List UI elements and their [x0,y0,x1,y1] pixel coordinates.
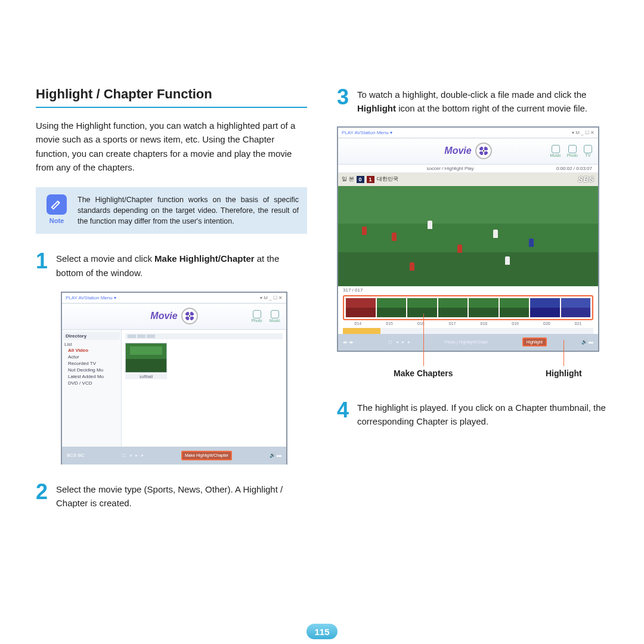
callout-row: Make Chapters Highlight [337,352,608,383]
highlight-button[interactable]: Highlight [522,338,547,346]
chapter-thumb[interactable] [346,298,376,317]
score-strip: 일 본 0 1 대한민국 SBS [338,173,598,186]
chapter-thumb[interactable] [377,298,407,317]
callout-line [564,340,564,366]
window-title: PLAY AVStation Menu ▾ [342,130,392,135]
screenshot-highlight-play: PLAY AVStation Menu ▾ ▾ M _ ☐ ✕ Movie Mu… [337,126,599,352]
score-b: 1 [367,176,374,183]
sidebar-item[interactable]: DVD / VCD [63,380,120,386]
step2-text: Select the movie type (Sports, News, Oth… [56,481,307,510]
step-number: 1 [36,250,50,272]
pencil-note-icon [47,194,67,215]
chapter-thumb[interactable] [438,298,468,317]
sidebar-item[interactable]: Latest Added Mo [63,373,120,380]
sidebar-item[interactable]: All Video [63,347,120,354]
mode-label: Photo | Highlight/Chapt [445,340,488,344]
step3-bold: Highlight [357,103,396,113]
nav-music[interactable]: Music [270,310,280,323]
window-controls[interactable]: ▾ M _ ☐ ✕ [260,295,283,301]
stop-icon: ◻ [122,453,126,458]
step-number: 4 [337,400,351,421]
step4-text: The highlight is played. If you click on… [357,400,608,429]
step-1: 1 Select a movie and click Make Highligh… [36,250,307,280]
step-3: 3 To watch a highlight, double-click a f… [337,86,608,116]
volume-icon[interactable]: 🔊 ▬ [270,453,281,458]
chapter-thumb[interactable] [561,298,591,317]
step-2: 2 Select the movie type (Sports, News, O… [36,481,307,510]
prev-icon: ◂ [129,453,132,458]
window-title: PLAY AVStation Menu ▾ [66,295,116,301]
player-bottom-bar: ◂▸ ◂▸ ◻◂▸▸ Photo | Highlight/Chapt Highl… [338,334,598,351]
chapter-thumb[interactable] [500,298,530,317]
film-reel-icon [475,143,492,159]
film-reel-icon [181,308,198,324]
list-label: List [63,342,120,347]
chapter-strip [343,295,593,320]
make-highlight-chapter-button[interactable]: Make Highlight/Chapter [181,451,232,460]
chapter-thumb[interactable] [469,298,499,317]
chapter-thumb[interactable] [530,298,560,317]
volume-icon[interactable]: 🔊 ▬ [581,339,593,345]
movie-label: Movie [150,311,177,321]
step3-post: icon at the bottom right of the current … [396,103,587,113]
page-number-badge: 115 [306,624,338,639]
broadcast-logo: SBS [578,175,595,184]
page-title: Highlight / Chapter Function [36,86,307,102]
prev-icon: ◂ [396,339,398,345]
video-info-bar: soccer / Highlight Play 0:00:02 / 0:03:0… [338,165,598,173]
window-controls[interactable]: ▾ M _ ☐ ✕ [572,130,595,135]
chapter-thumb[interactable] [407,298,437,317]
sidebar-item[interactable]: Actor [63,354,120,360]
nav-music[interactable]: Music [550,145,561,157]
video-info-time: 0:00:02 / 0:03:07 [556,166,592,171]
note-box: Note The Highlight/Chapter function work… [36,187,307,234]
play-icon: ▸ [135,453,138,458]
next-icon: ▸ [141,453,144,458]
progress-bar[interactable] [343,328,593,334]
sidebar-item[interactable]: Recorded TV [63,360,120,367]
content-area: softball [122,330,286,447]
playback-controls[interactable]: ◻◂▸▸ [122,453,144,458]
intro-text: Using the Highlight function, you can wa… [36,119,307,174]
step-number: 3 [337,86,351,108]
callout-line [423,314,424,366]
page-number: 115 [314,627,329,637]
window-titlebar: PLAY AVStation Menu ▾ ▾ M _ ☐ ✕ [62,293,286,304]
directory-sidebar: Directory List All Video Actor Recorded … [62,330,122,447]
right-column: 3 To watch a highlight, double-click a f… [337,86,608,620]
note-text: The Highlight/Chapter function works on … [78,194,299,227]
left-column: Highlight / Chapter Function Using the H… [36,86,307,620]
nav-tv[interactable]: TV [584,145,592,157]
video-frame[interactable]: 일 본 0 1 대한민국 SBS [338,173,598,286]
player-bottom-bar: BCS BC ◻◂▸▸ Make Highlight/Chapter 🔊 ▬ [62,447,286,465]
callout-highlight: Highlight [546,369,582,378]
step-number: 2 [36,481,50,503]
step3-pre: To watch a highlight, double-click a fil… [357,89,586,100]
playback-controls[interactable]: ◻◂▸▸ [388,339,410,345]
note-label: Note [49,217,64,224]
chapter-counter: 317 / 017 [338,286,598,294]
view-toolbar[interactable] [125,333,283,339]
nav-photo[interactable]: Photo [567,145,578,157]
next-icon: ▸ [408,339,410,345]
nav-photo[interactable]: Photo [251,310,262,323]
screenshot-make-highlight: PLAY AVStation Menu ▾ ▾ M _ ☐ ✕ Movie Ph… [61,292,287,465]
sidebar-item[interactable]: Not Deciding Mo [63,367,120,373]
movie-thumbnail[interactable] [125,343,167,373]
play-icon: ▸ [402,339,404,345]
app-header: Movie Music Photo TV [338,138,598,165]
movie-label: Movie [444,145,471,156]
stop-icon: ◻ [388,339,392,345]
step1-bold: Make Highlight/Chapter [154,253,255,264]
window-titlebar: PLAY AVStation Menu ▾ ▾ M _ ☐ ✕ [338,128,598,138]
bc-label: BCS BC [67,453,85,458]
app-header: Movie Photo Music [62,304,286,330]
step1-pre: Select a movie and click [56,253,154,264]
sidebar-title: Directory [63,332,120,340]
chapter-labels: 014015016017018019020021 [343,321,593,326]
score-a: 0 [357,176,364,183]
step-4: 4 The highlight is played. If you click … [337,400,608,429]
video-info-center: soccer / Highlight Play [426,166,473,171]
thumb-label: softball [125,374,167,379]
title-rule [36,107,307,108]
